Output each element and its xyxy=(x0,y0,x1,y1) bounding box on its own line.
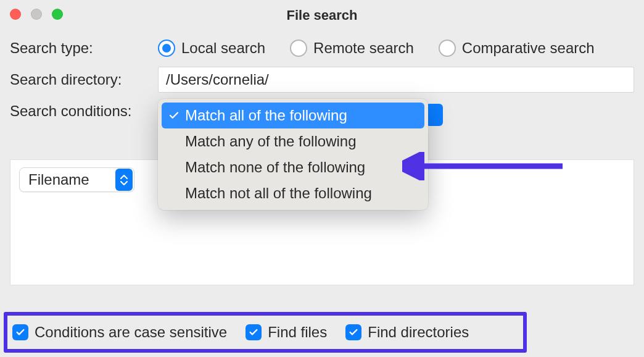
checkbox-checked-icon xyxy=(246,324,262,340)
checkbox-label: Find directories xyxy=(368,324,469,341)
close-window-button[interactable] xyxy=(10,9,21,20)
radio-icon xyxy=(158,40,175,57)
dropdown-option-label: Match all of the following xyxy=(185,107,347,124)
window-title: File search xyxy=(287,7,358,23)
search-conditions-label: Search conditions: xyxy=(10,103,158,120)
radio-icon xyxy=(290,40,307,57)
dropdown-option-label: Match any of the following xyxy=(185,133,357,150)
minimize-window-button[interactable] xyxy=(31,9,42,20)
search-type-row: Search type: Local search Remote search … xyxy=(10,40,634,57)
dropdown-option-label: Match none of the following xyxy=(185,159,365,176)
checkbox-find-files[interactable]: Find files xyxy=(246,324,327,341)
checkbox-case-sensitive[interactable]: Conditions are case sensitive xyxy=(12,324,227,341)
radio-comparative-search[interactable]: Comparative search xyxy=(439,40,595,57)
checkmark-icon xyxy=(168,109,180,122)
search-type-label: Search type: xyxy=(10,40,158,57)
conditions-dropdown-menu: Match all of the following Match any of … xyxy=(158,99,428,210)
search-directory-label: Search directory: xyxy=(10,71,158,88)
dropdown-option-label: Match not all of the following xyxy=(185,185,372,202)
search-directory-input[interactable] xyxy=(158,67,634,93)
radio-icon xyxy=(439,40,456,57)
radio-label: Comparative search xyxy=(462,40,595,57)
zoom-window-button[interactable] xyxy=(52,9,63,20)
dropdown-toggle-hint xyxy=(426,104,443,126)
checkbox-find-directories[interactable]: Find directories xyxy=(345,324,469,341)
search-type-radio-group: Local search Remote search Comparative s… xyxy=(158,40,595,57)
dropdown-option-match-all[interactable]: Match all of the following xyxy=(162,103,424,128)
search-conditions-row: Search conditions: Match all of the foll… xyxy=(10,103,634,120)
dropdown-option-match-any[interactable]: Match any of the following xyxy=(162,128,424,154)
checkbox-label: Find files xyxy=(268,324,327,341)
radio-local-search[interactable]: Local search xyxy=(158,40,265,57)
radio-remote-search[interactable]: Remote search xyxy=(290,40,414,57)
checkbox-checked-icon xyxy=(12,324,28,340)
checkbox-label: Conditions are case sensitive xyxy=(35,324,227,341)
checkbox-checked-icon xyxy=(345,324,361,340)
bottom-options-row: Conditions are case sensitive Find files… xyxy=(5,315,477,350)
dropdown-option-match-not-all[interactable]: Match not all of the following xyxy=(162,180,424,206)
traffic-lights xyxy=(10,9,63,20)
radio-label: Local search xyxy=(181,40,265,57)
titlebar: File search xyxy=(0,0,644,28)
radio-label: Remote search xyxy=(313,40,414,57)
filter-field-select[interactable]: Filename xyxy=(19,167,134,192)
content-area: Search type: Local search Remote search … xyxy=(0,28,644,285)
chevron-up-down-icon xyxy=(115,169,133,191)
filter-field-label: Filename xyxy=(28,171,89,188)
search-directory-row: Search directory: xyxy=(10,67,634,93)
dropdown-option-match-none[interactable]: Match none of the following xyxy=(162,154,424,180)
